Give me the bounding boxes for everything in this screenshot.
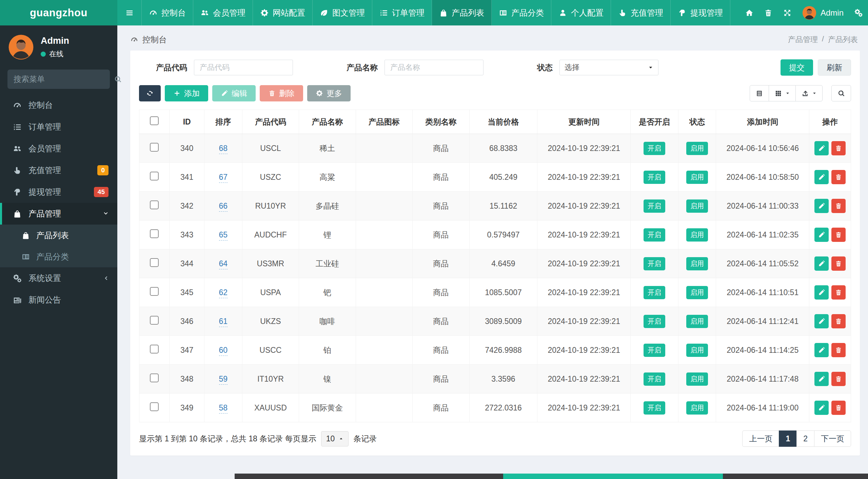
sort-value-link[interactable]: 64 bbox=[219, 259, 228, 269]
settings-gears-button[interactable] bbox=[849, 0, 868, 25]
row-delete-button[interactable] bbox=[831, 285, 846, 300]
column-header-updated[interactable]: 更新时间 bbox=[537, 110, 631, 134]
status-badge[interactable]: 启用 bbox=[686, 228, 708, 242]
prev-page-button[interactable]: 上一页 bbox=[742, 430, 779, 447]
status-badge[interactable]: 启用 bbox=[686, 315, 708, 328]
status-badge[interactable]: 启用 bbox=[686, 401, 708, 415]
refresh-button[interactable]: 刷新 bbox=[818, 59, 851, 76]
row-checkbox[interactable] bbox=[150, 402, 159, 411]
table-search-button[interactable] bbox=[831, 85, 851, 101]
product-code-input[interactable] bbox=[194, 60, 293, 75]
sidebar-item[interactable]: 充值管理0 bbox=[0, 159, 117, 181]
status-badge[interactable]: 启用 bbox=[686, 344, 708, 357]
top-menu-item[interactable]: 产品列表 bbox=[432, 0, 492, 25]
row-edit-button[interactable] bbox=[814, 256, 829, 271]
open-toggle-badge[interactable]: 开启 bbox=[644, 372, 665, 386]
status-badge[interactable]: 启用 bbox=[686, 286, 708, 299]
trash-button[interactable] bbox=[759, 0, 778, 25]
next-page-button[interactable]: 下一页 bbox=[814, 430, 851, 447]
row-edit-button[interactable] bbox=[814, 285, 829, 300]
top-menu-item[interactable]: 会员管理 bbox=[193, 0, 253, 25]
row-checkbox[interactable] bbox=[150, 373, 159, 382]
status-badge[interactable]: 启用 bbox=[686, 372, 708, 386]
column-header-code[interactable]: 产品代码 bbox=[242, 110, 299, 134]
status-badge[interactable]: 启用 bbox=[686, 199, 708, 213]
status-select[interactable]: 选择 bbox=[559, 60, 658, 75]
row-delete-button[interactable] bbox=[831, 141, 846, 155]
sort-value-link[interactable]: 67 bbox=[219, 173, 228, 183]
top-menu-item[interactable]: 控制台 bbox=[142, 0, 193, 25]
row-delete-button[interactable] bbox=[831, 314, 846, 328]
sidebar-toggle-button[interactable] bbox=[117, 0, 142, 25]
page-button-2[interactable]: 2 bbox=[796, 430, 814, 447]
submit-button[interactable]: 提交 bbox=[781, 59, 813, 76]
column-header-id[interactable]: ID bbox=[170, 110, 204, 134]
page-size-select[interactable]: 10 bbox=[321, 431, 349, 446]
top-menu-item[interactable]: 网站配置 bbox=[253, 0, 313, 25]
sort-value-link[interactable]: 59 bbox=[219, 375, 228, 385]
open-toggle-badge[interactable]: 开启 bbox=[644, 401, 665, 415]
reload-button[interactable] bbox=[139, 85, 161, 101]
row-delete-button[interactable] bbox=[831, 401, 846, 415]
row-checkbox[interactable] bbox=[150, 229, 159, 238]
row-edit-button[interactable] bbox=[814, 141, 829, 155]
open-toggle-badge[interactable]: 开启 bbox=[644, 199, 665, 213]
top-menu-item[interactable]: 个人配置 bbox=[551, 0, 611, 25]
sidebar-item[interactable]: 产品管理 bbox=[0, 203, 117, 225]
search-icon[interactable] bbox=[114, 75, 122, 83]
row-edit-button[interactable] bbox=[814, 170, 829, 184]
row-edit-button[interactable] bbox=[814, 372, 829, 386]
sort-value-link[interactable]: 65 bbox=[219, 230, 228, 241]
sidebar-item[interactable]: 控制台 bbox=[0, 94, 117, 116]
row-edit-button[interactable] bbox=[814, 199, 829, 213]
open-toggle-badge[interactable]: 开启 bbox=[644, 171, 665, 184]
status-badge[interactable]: 启用 bbox=[686, 142, 708, 155]
expand-button[interactable] bbox=[778, 0, 797, 25]
top-menu-item[interactable]: 产品分类 bbox=[492, 0, 551, 25]
column-header-added[interactable]: 添加时间 bbox=[716, 110, 809, 134]
top-menu-item[interactable]: 图文管理 bbox=[313, 0, 372, 25]
sidebar-item[interactable]: 系统设置 bbox=[0, 267, 117, 289]
more-button[interactable]: 更多 bbox=[307, 85, 351, 101]
row-checkbox[interactable] bbox=[150, 258, 159, 267]
breadcrumb[interactable]: 控制台 bbox=[130, 34, 167, 45]
top-menu-item[interactable]: 充值管理 bbox=[611, 0, 671, 25]
open-toggle-badge[interactable]: 开启 bbox=[644, 257, 665, 270]
column-header-sort[interactable]: 排序 bbox=[204, 110, 242, 134]
sort-value-link[interactable]: 66 bbox=[219, 202, 228, 212]
column-header-icon[interactable]: 产品图标 bbox=[356, 110, 412, 134]
open-toggle-badge[interactable]: 开启 bbox=[644, 228, 665, 242]
sort-value-link[interactable]: 58 bbox=[219, 403, 228, 414]
toggle-view-button[interactable] bbox=[750, 85, 769, 101]
row-delete-button[interactable] bbox=[831, 228, 846, 242]
row-checkbox[interactable] bbox=[150, 143, 159, 152]
sidebar-subitem[interactable]: 产品列表 bbox=[0, 225, 117, 246]
sidebar-item[interactable]: 提现管理45 bbox=[0, 181, 117, 203]
delete-button-disabled[interactable]: 删除 bbox=[260, 85, 303, 101]
home-button[interactable] bbox=[740, 0, 759, 25]
row-checkbox[interactable] bbox=[150, 316, 159, 325]
open-toggle-badge[interactable]: 开启 bbox=[644, 315, 665, 328]
row-delete-button[interactable] bbox=[831, 256, 846, 271]
column-header-name[interactable]: 产品名称 bbox=[299, 110, 356, 134]
edit-button-disabled[interactable]: 编辑 bbox=[212, 85, 256, 101]
sort-value-link[interactable]: 62 bbox=[219, 288, 228, 298]
sort-value-link[interactable]: 60 bbox=[219, 346, 228, 356]
export-button[interactable] bbox=[795, 85, 823, 101]
sort-value-link[interactable]: 68 bbox=[219, 144, 228, 154]
sidebar-subitem[interactable]: 产品分类 bbox=[0, 246, 117, 267]
column-header-price[interactable]: 当前价格 bbox=[469, 110, 537, 134]
top-menu-item[interactable]: 提现管理 bbox=[671, 0, 730, 25]
status-badge[interactable]: 启用 bbox=[686, 257, 708, 270]
row-edit-button[interactable] bbox=[814, 228, 829, 242]
open-toggle-badge[interactable]: 开启 bbox=[644, 142, 665, 155]
add-button[interactable]: 添加 bbox=[165, 85, 208, 101]
menu-search-input[interactable] bbox=[14, 75, 114, 84]
columns-button[interactable] bbox=[769, 85, 796, 101]
column-header-open[interactable]: 是否开启 bbox=[631, 110, 678, 134]
sort-value-link[interactable]: 61 bbox=[219, 317, 228, 327]
column-header-ops[interactable]: 操作 bbox=[809, 110, 851, 134]
open-toggle-badge[interactable]: 开启 bbox=[644, 286, 665, 299]
sidebar-item[interactable]: 会员管理 bbox=[0, 138, 117, 159]
sidebar-item[interactable]: 新闻公告 bbox=[0, 289, 117, 311]
